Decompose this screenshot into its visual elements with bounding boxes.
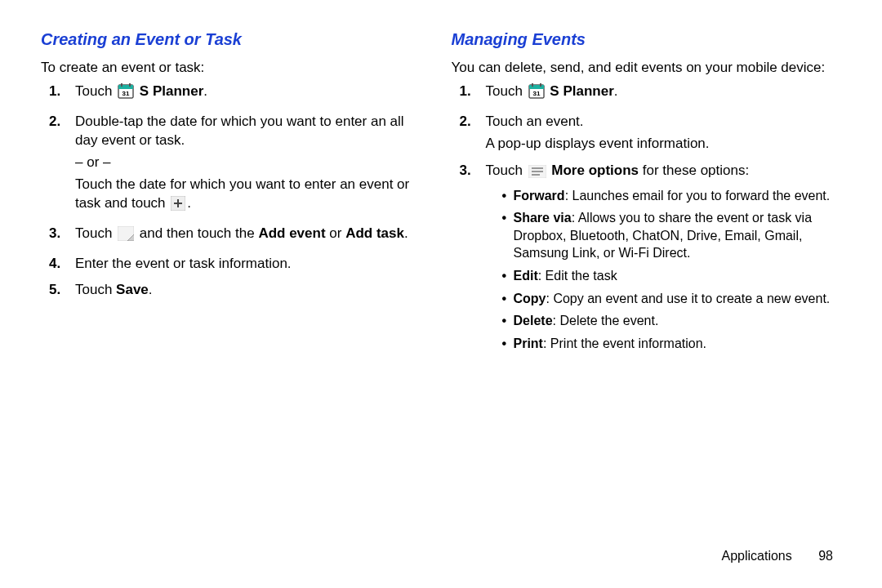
step-5-left: 5. Touch Save. xyxy=(41,281,423,303)
label-moreoptions: More options xyxy=(551,163,639,178)
calendar-icon: 31 xyxy=(118,82,134,105)
step-text: and then touch the xyxy=(140,225,259,241)
step-4-left: 4. Enter the event or task information. xyxy=(41,255,423,277)
step-number: 1. xyxy=(452,82,486,101)
step-text: . xyxy=(149,282,153,297)
step-number: 3. xyxy=(41,225,75,243)
manual-page: Creating an Event or Task To create an e… xyxy=(0,0,882,588)
svg-rect-11 xyxy=(532,83,533,87)
svg-rect-1 xyxy=(118,85,133,89)
option-forward: Forward: Launches email for you to forwa… xyxy=(502,187,846,205)
app-name: S Planner xyxy=(550,83,613,99)
page-fold-icon xyxy=(118,226,134,247)
step-number: 1. xyxy=(41,82,75,101)
app-name: S Planner xyxy=(140,83,203,99)
step-text: Touch the date for which you want to ent… xyxy=(75,176,409,211)
step-text: Enter the event or task information. xyxy=(75,255,423,274)
step-number: 5. xyxy=(41,281,75,300)
step-text: Touch xyxy=(486,163,527,178)
step-text: Double-tap the date for which you want t… xyxy=(75,113,423,150)
svg-text:31: 31 xyxy=(122,90,130,97)
svg-rect-10 xyxy=(529,85,544,89)
step-text: Touch xyxy=(75,225,116,241)
label-addtask: Add task xyxy=(345,225,404,241)
left-column: Creating an Event or Task To create an e… xyxy=(41,29,448,572)
step-text: . xyxy=(187,195,191,211)
step-text: . xyxy=(404,225,408,241)
or-separator: – or – xyxy=(75,154,423,172)
footer-section: Applications xyxy=(721,549,791,563)
svg-rect-2 xyxy=(121,83,122,87)
label-save: Save xyxy=(116,282,149,297)
svg-rect-3 xyxy=(129,83,131,87)
step-number: 4. xyxy=(41,255,75,274)
heading-managing: Managing Events xyxy=(452,29,846,51)
step-text: or xyxy=(326,225,346,241)
step-3-left: 3. Touch and then touch the Add event or… xyxy=(41,225,423,250)
step-number: 2. xyxy=(452,113,486,131)
svg-rect-12 xyxy=(540,83,541,87)
step-number: 2. xyxy=(41,113,75,131)
option-edit: Edit: Edit the task xyxy=(502,267,846,285)
option-share: Share via: Allows you to share the event… xyxy=(502,209,846,262)
step-3-right: 3. Touch More options for thes xyxy=(452,162,846,358)
right-column: Managing Events You can delete, send, an… xyxy=(448,29,854,572)
option-print: Print: Print the event information. xyxy=(502,335,846,353)
option-copy: Copy: Copy an event and use it to create… xyxy=(502,290,846,308)
calendar-icon: 31 xyxy=(528,82,545,105)
page-footer: Applications 98 xyxy=(721,547,833,565)
step-text: Touch xyxy=(486,83,527,99)
step-2-left: 2. Double-tap the date for which you wan… xyxy=(41,113,423,220)
svg-text:31: 31 xyxy=(532,90,540,97)
plus-icon xyxy=(171,196,185,216)
step-text: for these options: xyxy=(639,163,749,178)
step-number: 3. xyxy=(452,162,486,180)
step-2-right: 2. Touch an event. A pop-up displays eve… xyxy=(452,113,846,157)
step-text: . xyxy=(203,83,207,99)
step-text: Touch xyxy=(75,83,116,99)
step-text: . xyxy=(614,83,618,99)
page-number: 98 xyxy=(818,547,833,565)
options-list: Forward: Launches email for you to forwa… xyxy=(502,187,846,353)
option-delete: Delete: Delete the event. xyxy=(502,312,846,330)
more-options-icon xyxy=(528,165,546,184)
label-addevent: Add event xyxy=(258,225,325,241)
step-text: A pop-up displays event information. xyxy=(486,135,846,154)
step-text: Touch an event. xyxy=(486,113,846,131)
lead-right: You can delete, send, and edit events on… xyxy=(452,59,846,78)
step-1-left: 1. Touch 31 S xyxy=(41,82,423,108)
heading-creating: Creating an Event or Task xyxy=(41,29,423,51)
step-text: Touch xyxy=(75,282,116,297)
steps-left: 1. Touch 31 S xyxy=(41,82,423,303)
step-1-right: 1. Touch 31 S xyxy=(452,82,846,108)
steps-right: 1. Touch 31 S xyxy=(452,82,846,358)
lead-left: To create an event or task: xyxy=(41,59,423,78)
